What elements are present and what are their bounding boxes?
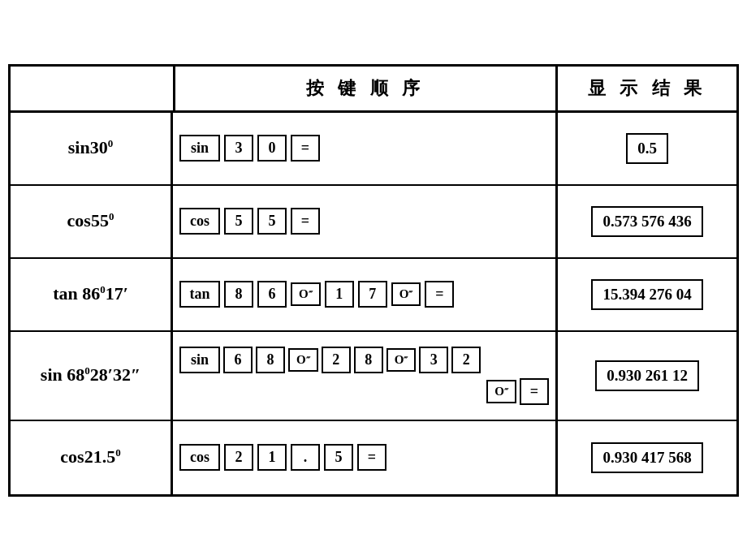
main-table: 按 键 顺 序 显 示 结 果 sin300 sin 3 0 = 0.5 cos… bbox=[8, 64, 739, 497]
key-8a: 8 bbox=[256, 347, 285, 373]
key-eq: = bbox=[291, 208, 320, 235]
key-deg5: O‴ bbox=[486, 380, 516, 403]
row-cos21: cos21.50 cos 2 1 . 5 = 0.930 417 568 bbox=[11, 421, 736, 494]
key-eq3: = bbox=[357, 444, 386, 471]
key-cos2: cos bbox=[179, 444, 220, 471]
label-tan86: tan 86017′ bbox=[11, 259, 173, 330]
row-tan86: tan 86017′ tan 8 6 O‴ 1 7 O‴ = 15.394 27… bbox=[11, 259, 736, 332]
label-sin30: sin300 bbox=[11, 113, 173, 184]
row-sin68: sin 68028′32″ sin 6 8 O‴ 2 8 O‴ 3 2 O‴ =… bbox=[11, 332, 736, 421]
key-sin2: sin bbox=[179, 347, 220, 373]
label-cos21: cos21.50 bbox=[11, 421, 173, 494]
keys-cos21: cos 2 1 . 5 = bbox=[173, 421, 558, 494]
key-8: 8 bbox=[224, 281, 253, 308]
key-cos: cos bbox=[179, 208, 220, 235]
key-eq: = bbox=[425, 281, 454, 308]
key-2a: 2 bbox=[322, 347, 351, 373]
row-cos55: cos550 cos 5 5 = 0.573 576 436 bbox=[11, 186, 736, 259]
keys-tan86: tan 8 6 O‴ 1 7 O‴ = bbox=[173, 259, 558, 330]
key-sin: sin bbox=[179, 135, 220, 162]
header-keys: 按 键 顺 序 bbox=[173, 67, 558, 110]
key-0: 0 bbox=[257, 135, 287, 162]
key-7: 7 bbox=[358, 281, 387, 308]
result-sin30: 0.5 bbox=[558, 113, 736, 184]
header-row: 按 键 顺 序 显 示 结 果 bbox=[11, 67, 736, 113]
keys-cos55: cos 5 5 = bbox=[173, 186, 558, 257]
keys-sin30: sin 3 0 = bbox=[173, 113, 558, 184]
label-cos55: cos550 bbox=[11, 186, 173, 257]
result-val-tan86: 15.394 276 04 bbox=[591, 279, 702, 310]
result-sin68: 0.930 261 12 bbox=[558, 332, 736, 420]
result-val-cos21: 0.930 417 568 bbox=[591, 442, 702, 473]
key-eq2: = bbox=[520, 378, 549, 405]
key-1a: 1 bbox=[257, 444, 287, 471]
key-2b: 2 bbox=[451, 347, 481, 373]
key-deg4: O‴ bbox=[386, 348, 417, 372]
key-6: 6 bbox=[257, 281, 287, 308]
keys-sin68: sin 6 8 O‴ 2 8 O‴ 3 2 O‴ = bbox=[173, 332, 558, 420]
result-cos55: 0.573 576 436 bbox=[558, 186, 736, 257]
key-deg1: O‴ bbox=[291, 282, 321, 306]
key-deg2: O‴ bbox=[391, 282, 421, 306]
key-3a: 3 bbox=[419, 347, 448, 373]
key-deg3: O‴ bbox=[288, 348, 318, 372]
label-sin68: sin 68028′32″ bbox=[11, 332, 173, 420]
row-sin30: sin300 sin 3 0 = 0.5 bbox=[11, 113, 736, 186]
keys-line1: sin 6 8 O‴ 2 8 O‴ 3 2 bbox=[179, 347, 549, 373]
key-3: 3 bbox=[224, 135, 253, 162]
key-5c: 5 bbox=[324, 444, 353, 471]
header-result: 显 示 结 果 bbox=[558, 67, 736, 110]
key-2c: 2 bbox=[224, 444, 253, 471]
key-6a: 6 bbox=[223, 347, 253, 373]
keys-line2: O‴ = bbox=[179, 378, 549, 405]
key-1: 1 bbox=[325, 281, 354, 308]
key-tan: tan bbox=[179, 281, 220, 308]
result-cos21: 0.930 417 568 bbox=[558, 421, 736, 494]
result-val-sin30: 0.5 bbox=[626, 133, 668, 164]
result-tan86: 15.394 276 04 bbox=[558, 259, 736, 330]
result-val-cos55: 0.573 576 436 bbox=[591, 206, 702, 237]
key-5b: 5 bbox=[257, 208, 287, 235]
result-val-sin68: 0.930 261 12 bbox=[595, 360, 699, 391]
key-eq: = bbox=[291, 135, 320, 162]
header-empty bbox=[11, 67, 173, 110]
key-dot: . bbox=[291, 444, 320, 471]
key-5a: 5 bbox=[224, 208, 253, 235]
key-8b: 8 bbox=[354, 347, 383, 373]
